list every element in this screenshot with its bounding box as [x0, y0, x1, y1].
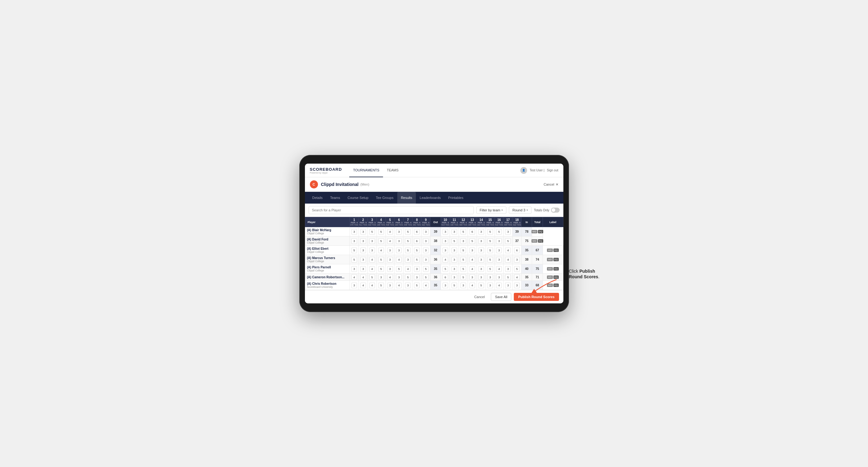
- badge-dq[interactable]: DQ: [554, 258, 559, 261]
- score-cell-back-6[interactable]: [495, 255, 503, 264]
- score-input-front-5[interactable]: [396, 248, 402, 253]
- tab-course-setup[interactable]: Course Setup: [344, 192, 372, 204]
- score-input-back-0[interactable]: [442, 283, 448, 288]
- score-input-back-7[interactable]: [505, 266, 511, 272]
- score-cell-back-1[interactable]: [450, 227, 459, 237]
- score-cell-back-3[interactable]: [468, 281, 476, 290]
- score-input-front-2[interactable]: [369, 257, 375, 262]
- score-input-front-1[interactable]: [361, 229, 366, 235]
- badge-dq[interactable]: DQ: [554, 249, 559, 252]
- score-cell-back-1[interactable]: [450, 264, 459, 274]
- score-input-back-2[interactable]: [461, 283, 466, 288]
- badge-dq[interactable]: DQ: [538, 239, 543, 243]
- score-cell-front-4[interactable]: [385, 227, 395, 237]
- score-input-front-4[interactable]: [388, 283, 393, 288]
- score-cell-front-8[interactable]: [422, 237, 430, 246]
- score-cell-front-1[interactable]: [359, 237, 368, 246]
- score-input-back-7[interactable]: [505, 274, 511, 280]
- score-cell-front-5[interactable]: [395, 274, 403, 281]
- score-cell-front-2[interactable]: [368, 246, 376, 255]
- score-cell-back-4[interactable]: [476, 274, 486, 281]
- score-input-back-0[interactable]: [442, 238, 448, 244]
- footer-cancel-btn[interactable]: Cancel: [470, 293, 488, 301]
- score-cell-front-0[interactable]: [350, 227, 359, 237]
- score-input-back-8[interactable]: [514, 274, 520, 280]
- score-input-back-2[interactable]: [461, 266, 466, 272]
- score-cell-back-2[interactable]: [459, 237, 468, 246]
- score-cell-front-3[interactable]: [376, 246, 385, 255]
- score-cell-back-1[interactable]: [450, 255, 459, 264]
- nav-teams[interactable]: TEAMS: [383, 164, 402, 177]
- score-cell-front-3[interactable]: [376, 255, 385, 264]
- score-cell-front-7[interactable]: [412, 274, 422, 281]
- score-cell-front-3[interactable]: [376, 227, 385, 237]
- score-input-back-6[interactable]: [496, 283, 502, 288]
- score-cell-back-6[interactable]: [495, 281, 503, 290]
- score-cell-front-0[interactable]: [350, 246, 359, 255]
- score-cell-back-8[interactable]: [513, 255, 522, 264]
- score-cell-back-3[interactable]: [468, 274, 476, 281]
- score-input-front-2[interactable]: [369, 248, 375, 253]
- score-cell-front-3[interactable]: [376, 281, 385, 290]
- score-cell-front-4[interactable]: [385, 246, 395, 255]
- score-cell-back-2[interactable]: [459, 255, 468, 264]
- score-cell-front-6[interactable]: [403, 255, 412, 264]
- score-input-front-2[interactable]: [369, 274, 375, 280]
- cancel-tournament-btn[interactable]: Cancel ✕: [544, 183, 558, 187]
- score-cell-front-1[interactable]: [359, 255, 368, 264]
- score-cell-back-2[interactable]: [459, 281, 468, 290]
- score-cell-back-8[interactable]: [513, 246, 522, 255]
- score-cell-front-1[interactable]: [359, 227, 368, 237]
- tab-printables[interactable]: Printables: [444, 192, 467, 204]
- filter-team-btn[interactable]: Filter by team: [476, 207, 507, 214]
- score-cell-back-6[interactable]: [495, 237, 503, 246]
- score-input-front-8[interactable]: [423, 266, 429, 272]
- score-input-front-0[interactable]: [351, 238, 357, 244]
- score-cell-front-3[interactable]: [376, 274, 385, 281]
- score-input-back-0[interactable]: [442, 274, 448, 280]
- score-input-front-5[interactable]: [396, 257, 402, 262]
- score-cell-back-6[interactable]: [495, 246, 503, 255]
- score-cell-back-5[interactable]: [486, 264, 495, 274]
- badge-wd[interactable]: WD: [547, 249, 553, 252]
- score-cell-front-5[interactable]: [395, 264, 403, 274]
- score-input-front-4[interactable]: [388, 238, 393, 244]
- badge-wd[interactable]: WD: [531, 230, 537, 234]
- score-input-front-8[interactable]: [423, 229, 429, 235]
- score-cell-front-8[interactable]: [422, 274, 430, 281]
- score-input-back-3[interactable]: [469, 229, 475, 235]
- score-input-back-7[interactable]: [505, 248, 511, 253]
- score-input-front-4[interactable]: [388, 248, 393, 253]
- score-cell-back-4[interactable]: [476, 255, 486, 264]
- score-input-back-7[interactable]: [505, 257, 511, 262]
- score-input-back-5[interactable]: [488, 266, 493, 272]
- badge-dq[interactable]: DQ: [538, 230, 543, 234]
- score-cell-back-8[interactable]: [513, 264, 522, 274]
- score-input-front-2[interactable]: [369, 266, 375, 272]
- score-cell-back-6[interactable]: [495, 264, 503, 274]
- score-input-back-6[interactable]: [496, 274, 502, 280]
- score-cell-front-7[interactable]: [412, 227, 422, 237]
- score-cell-front-7[interactable]: [412, 281, 422, 290]
- score-input-back-3[interactable]: [469, 257, 475, 262]
- score-input-front-4[interactable]: [388, 229, 393, 235]
- score-input-front-4[interactable]: [388, 274, 393, 280]
- tab-leaderboards[interactable]: Leaderboards: [416, 192, 444, 204]
- nav-tournaments[interactable]: TOURNAMENTS: [349, 164, 383, 177]
- score-cell-back-0[interactable]: [441, 246, 450, 255]
- score-cell-back-2[interactable]: [459, 274, 468, 281]
- score-input-back-8[interactable]: [514, 248, 520, 253]
- score-cell-back-1[interactable]: [450, 237, 459, 246]
- score-input-back-6[interactable]: [496, 257, 502, 262]
- score-input-front-7[interactable]: [414, 229, 420, 235]
- score-cell-front-6[interactable]: [403, 274, 412, 281]
- score-cell-back-7[interactable]: [503, 264, 513, 274]
- score-input-front-0[interactable]: [351, 266, 357, 272]
- score-cell-back-1[interactable]: [450, 281, 459, 290]
- score-input-back-4[interactable]: [478, 248, 484, 253]
- score-input-front-7[interactable]: [414, 238, 420, 244]
- score-input-front-8[interactable]: [423, 274, 429, 280]
- score-cell-back-8[interactable]: [513, 281, 522, 290]
- score-input-front-5[interactable]: [396, 283, 402, 288]
- score-input-back-1[interactable]: [452, 266, 457, 272]
